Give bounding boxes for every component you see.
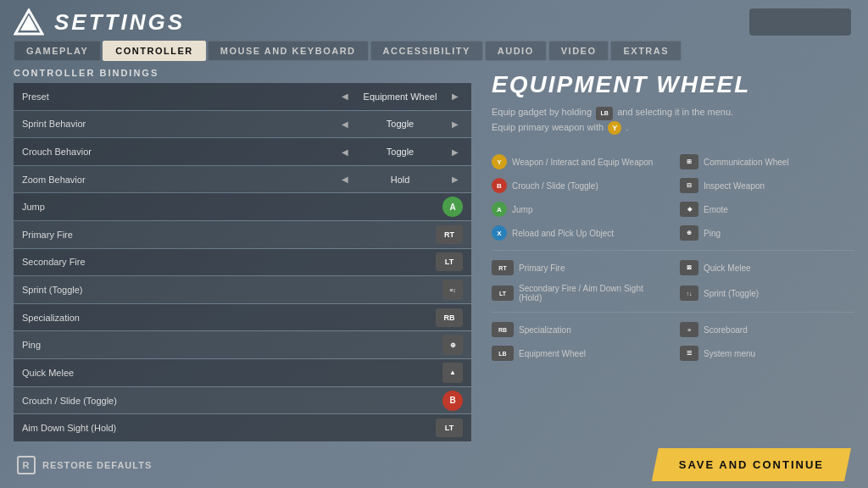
binding-row-jump: Jump A [14, 193, 471, 220]
grid-text-9: Quick Melee [704, 263, 751, 273]
grid-item-15: ☰ System menu [680, 343, 854, 363]
binding-text-crouch: Toggle [358, 147, 442, 157]
binding-row-ads: Aim Down Sight (Hold) LT [14, 414, 471, 441]
binding-label-specialization: Specialization [22, 313, 436, 323]
binding-row-crouch-behavior: Crouch Behavior ◀ Toggle ▶ [14, 138, 471, 165]
badge-ads: LT [436, 419, 463, 437]
tab-audio[interactable]: AUDIO [485, 41, 547, 61]
binding-value-quick-melee: ▲ [442, 363, 463, 383]
binding-label-primary-fire: Primary Fire [22, 230, 436, 240]
badge-crouch-slide: B [442, 391, 463, 411]
arrow-right-zoom[interactable]: ▶ [448, 172, 463, 187]
arrow-right-sprint[interactable]: ▶ [448, 116, 463, 131]
lb-inline-badge: LB [596, 107, 613, 120]
arrow-left-crouch[interactable]: ◀ [337, 144, 353, 159]
arrow-right-preset[interactable]: ▶ [448, 89, 463, 104]
grid-text-11: Sprint (Toggle) [704, 289, 759, 298]
badge-quick-melee: ▲ [442, 363, 463, 383]
arrow-left-preset[interactable]: ◀ [337, 89, 353, 104]
grid-item-1: ⊞ Communication Wheel [680, 152, 854, 172]
desc-line1b: and selecting it in the menu. [617, 107, 733, 117]
badge-secondary-fire: LT [436, 252, 463, 271]
binding-value-crouch-behavior: ◀ Toggle ▶ [337, 144, 463, 159]
binding-value-crouch-slide: B [442, 391, 463, 411]
tab-mouse-keyboard[interactable]: MOUSE AND KEYBOARD [208, 41, 369, 61]
tab-accessibility[interactable]: ACCESSIBILITY [370, 41, 483, 61]
binding-label-quick-melee: Quick Melee [22, 368, 442, 378]
equipment-wheel-title: EQUIPMENT WHEEL [492, 71, 854, 98]
restore-defaults-button[interactable]: R RESTORE DEFAULTS [17, 456, 152, 474]
binding-value-jump: A [442, 197, 463, 217]
binding-label-jump: Jump [22, 202, 442, 212]
grid-divider-2 [492, 312, 854, 313]
binding-value-secondary-fire: LT [436, 252, 463, 271]
header: SETTINGS [0, 0, 868, 41]
grid-item-3: ⊟ Inspect Weapon [680, 175, 854, 196]
grid-badge-15: ☰ [680, 346, 698, 361]
arrow-left-sprint[interactable]: ◀ [337, 116, 353, 131]
binding-value-primary-fire: RT [436, 225, 463, 244]
binding-label-secondary-fire: Secondary Fire [22, 257, 436, 267]
grid-badge-6: X [492, 225, 507, 241]
tab-gameplay[interactable]: GAMEPLAY [14, 41, 101, 61]
save-continue-button[interactable]: SAVE AND CONTINUE [652, 448, 851, 481]
grid-item-7: ⊕ Ping [680, 223, 854, 243]
restore-r-badge: R [17, 456, 36, 474]
binding-text-preset: Equipment Wheel [358, 92, 442, 102]
grid-badge-1: ⊞ [680, 154, 698, 169]
tabs-bar: GAMEPLAY CONTROLLER MOUSE AND KEYBOARD A… [0, 41, 868, 61]
grid-divider-1 [492, 250, 854, 251]
grid-badge-4: A [492, 202, 507, 217]
binding-label-crouch-behavior: Crouch Behavior [22, 147, 337, 157]
grid-badge-8: RT [492, 260, 514, 275]
grid-badge-12: RB [492, 322, 514, 337]
binding-label-ads: Aim Down Sight (Hold) [22, 423, 436, 433]
grid-text-2: Crouch / Slide (Toggle) [512, 181, 598, 191]
binding-value-ads: LT [436, 419, 463, 437]
binding-label-crouch-slide: Crouch / Slide (Toggle) [22, 396, 442, 406]
grid-badge-11: ↑↓ [680, 286, 698, 301]
desc-line2: Equip primary weapon with [492, 122, 604, 132]
binding-row-ping: Ping ⊕ [14, 331, 471, 358]
section-title: CONTROLLER BINDINGS [14, 68, 471, 78]
grid-item-14: LB Equipment Wheel [492, 343, 666, 363]
content-area: CONTROLLER BINDINGS Preset ◀ Equipment W… [0, 68, 868, 441]
grid-item-13: ≡ Scoreboard [680, 319, 854, 340]
arrow-left-zoom[interactable]: ◀ [337, 172, 353, 187]
tab-controller[interactable]: CONTROLLER [103, 41, 205, 61]
binding-row-sprint-toggle: Sprint (Toggle) ≡↕ [14, 276, 471, 303]
left-panel: CONTROLLER BINDINGS Preset ◀ Equipment W… [14, 68, 471, 441]
equipment-wheel-desc: Equip gadget by holding LB and selecting… [492, 105, 854, 135]
tab-extras[interactable]: EXTRAS [610, 41, 682, 61]
badge-ping: ⊕ [442, 335, 463, 355]
binding-label-ping: Ping [22, 340, 442, 350]
binding-row-specialization: Specialization RB [14, 304, 471, 331]
bindings-list: Preset ◀ Equipment Wheel ▶ Sprint Behavi… [14, 83, 471, 441]
y-inline-badge: Y [608, 121, 621, 135]
footer: R RESTORE DEFAULTS SAVE AND CONTINUE [0, 441, 868, 488]
grid-badge-2: B [492, 178, 507, 193]
right-panel: EQUIPMENT WHEEL Equip gadget by holding … [485, 68, 854, 441]
grid-item-12: RB Specialization [492, 319, 666, 340]
grid-text-8: Primary Fire [519, 263, 565, 273]
binding-label-zoom: Zoom Behavior [22, 175, 337, 185]
grid-badge-13: ≡ [680, 322, 698, 337]
grid-text-1: Communication Wheel [704, 158, 789, 167]
grid-badge-14: LB [492, 346, 514, 361]
restore-label: RESTORE DEFAULTS [42, 460, 152, 470]
binding-value-sprint: ◀ Toggle ▶ [337, 116, 463, 131]
arrow-right-crouch[interactable]: ▶ [448, 144, 463, 159]
binding-row-sprint: Sprint Behavior ◀ Toggle ▶ [14, 111, 471, 138]
binding-row-secondary-fire: Secondary Fire LT [14, 249, 471, 276]
grid-badge-5: ◈ [680, 202, 698, 217]
grid-text-0: Weapon / Interact and Equip Weapon [512, 158, 653, 167]
tab-video[interactable]: VIDEO [548, 41, 609, 61]
grid-text-4: Jump [512, 205, 532, 214]
grid-text-10: Secondary Fire / Aim Down Sight (Hold) [519, 284, 666, 302]
equipment-grid: Y Weapon / Interact and Equip Weapon ⊞ C… [492, 152, 854, 363]
binding-text-zoom: Hold [358, 175, 442, 185]
binding-row-preset: Preset ◀ Equipment Wheel ▶ [14, 83, 471, 110]
grid-text-3: Inspect Weapon [704, 181, 765, 191]
badge-sprint-toggle: ≡↕ [442, 280, 463, 300]
grid-badge-0: Y [492, 154, 507, 169]
